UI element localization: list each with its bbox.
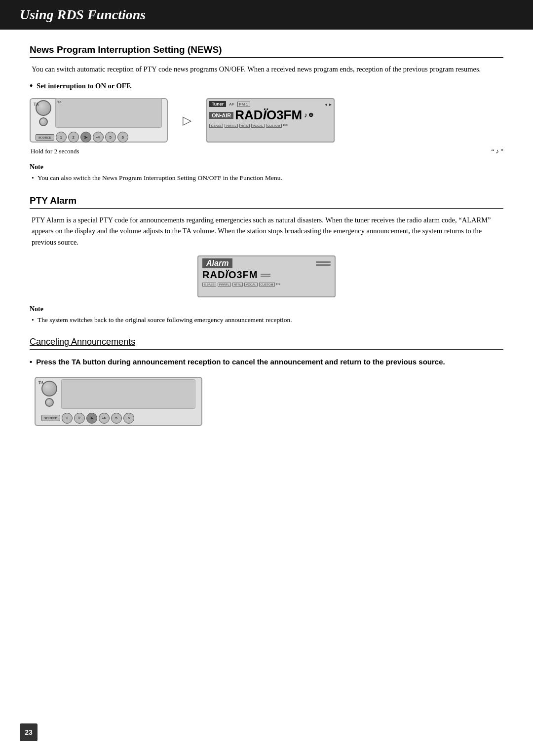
custom-btn: CUSTOM: [266, 124, 282, 128]
canceling-btn-5: 5: [111, 413, 122, 424]
main-content: News Program Interruption Setting (NEWS)…: [0, 44, 533, 446]
next-icon: ▸: [329, 102, 332, 107]
display-top-bar: Tuner AF FM 1 ◂ ▸: [209, 101, 332, 107]
news-note: Note You can also switch the News Progra…: [30, 163, 503, 183]
display-main-text: ON•AIR RADÏO3FM ♪ ⊕: [209, 108, 332, 122]
device-inner: TA SOURCE 1 2 3• •4 5 6: [36, 98, 162, 143]
btn-5: 5: [105, 132, 116, 143]
page-number: 23: [20, 723, 38, 741]
mark-2: [261, 276, 270, 277]
alarm-display-container: Alarm RADÏO3FM S.BAS: [30, 255, 503, 297]
canceling-btn-6: 6: [123, 413, 134, 424]
page-title: Using RDS Functions: [20, 7, 146, 22]
canceling-heading: Canceling Announcements: [30, 337, 503, 350]
alarm-pwrfl: PWRFL: [218, 283, 231, 287]
alarm-right-marks: [261, 274, 270, 277]
ta-label: TA: [34, 102, 39, 107]
alarm-custom: CUSTOM: [259, 283, 275, 287]
canceling-top-area: [41, 379, 195, 409]
news-note-title: Note: [30, 163, 503, 171]
mark-1: [261, 274, 270, 275]
display-icons: ◂ ▸: [325, 102, 332, 107]
pwrfl-btn: PWRFL: [225, 124, 238, 128]
pty-note-title: Note: [30, 305, 503, 313]
canceling-small-knob: [45, 398, 54, 407]
alarm-dashes: [316, 261, 331, 266]
press-bullet-dot: •: [30, 357, 32, 368]
canceling-panel: [61, 379, 195, 409]
on-air-badge: ON•AIR: [209, 112, 233, 119]
pty-alarm-section: PTY Alarm PTY Alarm is a special PTY cod…: [30, 195, 503, 325]
alarm-fie: FIE: [276, 283, 281, 287]
device-top-area: TA: [36, 98, 162, 128]
canceling-buttons: SOURCE 1 2 3• •4 5 6: [41, 413, 195, 424]
caption-row: Hold for 2 seconds “ ♪ ”: [30, 147, 503, 155]
canceling-ta-label: TA: [38, 381, 44, 385]
ntrl-btn: NTRL: [239, 124, 250, 128]
alarm-ntrl: NTRL: [232, 283, 243, 287]
symbol-caption: “ ♪ ”: [491, 147, 503, 155]
prev-icon: ◂: [325, 102, 327, 107]
canceling-source-btn: SOURCE: [41, 415, 60, 421]
canceling-btn-3: 3•: [86, 413, 97, 424]
dash-1: [316, 261, 331, 263]
pty-alarm-body: PTY Alarm is a special PTY code for anno…: [30, 215, 503, 248]
bullet-dot: •: [30, 81, 33, 90]
alarm-badge: Alarm: [202, 258, 232, 268]
alarm-bottom-bar: S.BASS PWRFL NTRL VOCAL CUSTOM FIE: [202, 283, 331, 287]
btn-2: 2: [68, 132, 79, 143]
news-heading: News Program Interruption Setting (NEWS): [30, 44, 503, 58]
panel-ta-label: TA: [57, 100, 62, 104]
canceling-btn-2: 2: [74, 413, 85, 424]
device-buttons: SOURCE 1 2 3• •4 5 6: [36, 132, 162, 143]
device-panel: TA: [55, 98, 162, 128]
alarm-station-text: RADÏO3FM: [202, 269, 258, 281]
press-ta-bullet: • Press the TA button during announcemen…: [30, 357, 503, 368]
news-section: News Program Interruption Setting (NEWS)…: [30, 44, 503, 183]
canceling-device-inner: SOURCE 1 2 3• •4 5 6: [41, 379, 195, 424]
tuner-display: Tuner AF FM 1 ◂ ▸ ON•AIR RADÏO3FM ♪ ⊕: [206, 98, 335, 143]
vocal-btn: VOCAL: [251, 124, 264, 128]
af-label: AF: [229, 102, 234, 107]
sbass-btn: S.BASS: [209, 124, 223, 128]
set-interruption-bullet: • Set interruption to ON or OFF.: [30, 81, 503, 90]
note-icon: ♪: [304, 111, 307, 119]
pty-note: Note The system switches back to the ori…: [30, 305, 503, 325]
radio-station-text: RADÏO3FM: [235, 108, 302, 122]
pty-note-text: The system switches back to the original…: [30, 315, 503, 325]
news-note-text: You can also switch the News Program Int…: [30, 173, 503, 183]
hold-caption: Hold for 2 seconds: [31, 147, 79, 155]
tuner-label: Tuner: [209, 101, 226, 107]
canceling-section: Canceling Announcements • Press the TA b…: [30, 337, 503, 426]
display-bottom-bar: S.BASS PWRFL NTRL VOCAL CUSTOM FIE: [209, 124, 332, 128]
alarm-vocal: VOCAL: [244, 283, 257, 287]
fie-label: FIE: [283, 124, 288, 128]
pty-alarm-heading: PTY Alarm: [30, 195, 503, 209]
press-ta-text: Press the TA button during announcement …: [36, 357, 445, 368]
alarm-display: Alarm RADÏO3FM S.BAS: [197, 255, 336, 297]
device-display-row: TA TA SOURCE: [30, 98, 503, 143]
btn-6: 6: [117, 132, 128, 143]
canceling-device-illustration: TA SOURCE 1 2 3•: [35, 377, 202, 426]
cd-icon: ⊕: [308, 112, 313, 118]
btn-3: 3•: [80, 132, 91, 143]
news-body: You can switch automatic reception of PT…: [30, 64, 503, 74]
set-interruption-label: Set interruption to ON or OFF.: [37, 82, 132, 90]
dash-2: [316, 264, 331, 266]
small-knob: [39, 117, 48, 126]
alarm-radio-text: RADÏO3FM: [202, 269, 331, 281]
head-unit-illustration: TA TA SOURCE: [30, 98, 168, 143]
source-button-img: SOURCE: [36, 134, 54, 141]
canceling-btn-4: •4: [99, 413, 110, 424]
fm-label: FM 1: [237, 102, 250, 107]
btn-4: •4: [93, 132, 104, 143]
canceling-btn-1: 1: [62, 413, 73, 424]
btn-1: 1: [56, 132, 67, 143]
alarm-top: Alarm: [202, 258, 331, 268]
header-bar: Using RDS Functions: [0, 0, 533, 30]
arrow-right-icon: ▷: [183, 113, 191, 127]
page-container: Using RDS Functions News Program Interru…: [0, 0, 533, 756]
alarm-sbass: S.BASS: [202, 283, 216, 287]
